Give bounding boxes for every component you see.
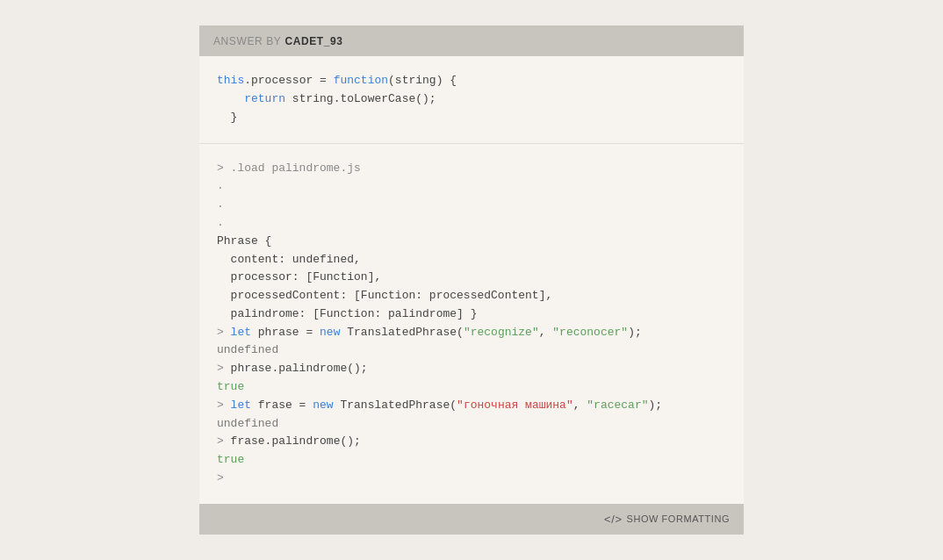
answer-header: ANSWER BY CADET_93	[199, 25, 744, 56]
keyword-this: this	[217, 74, 244, 87]
code-block-function: this.processor = function(string) { retu…	[199, 56, 744, 143]
code-line: >	[217, 470, 726, 488]
code-block-repl: > .load palindrome.js . . . Phrase { con…	[199, 144, 744, 504]
code-line: .	[217, 196, 726, 214]
code-line: return string.toLowerCase();	[217, 90, 726, 109]
code-line: > let phrase = new TranslatedPhrase("rec…	[217, 324, 726, 342]
code-line: undefined	[217, 415, 726, 434]
keyword-function: function	[334, 74, 388, 87]
code-line: > frase.palindrome();	[217, 433, 726, 451]
code-line: processedContent: [Function: processedCo…	[217, 287, 726, 305]
code-line: processor: [Function],	[217, 269, 726, 287]
code-line: content: undefined,	[217, 251, 726, 269]
code-line: > let frase = new TranslatedPhrase("гоно…	[217, 397, 726, 415]
code-line: > phrase.palindrome();	[217, 360, 726, 378]
show-formatting-label: SHOW FORMATTING	[627, 513, 730, 524]
username-label: CADET_93	[284, 35, 342, 47]
code-line: this.processor = function(string) {	[217, 72, 726, 90]
code-line: }	[217, 109, 726, 127]
code-line: true	[217, 451, 726, 470]
show-formatting-button[interactable]: </> SHOW FORMATTING	[604, 513, 730, 526]
code-line: true	[217, 378, 726, 397]
code-line: .	[217, 214, 726, 233]
answer-by-label: ANSWER BY	[213, 35, 281, 47]
answer-container: ANSWER BY CADET_93 this.processor = func…	[199, 25, 744, 535]
code-line: > .load palindrome.js	[217, 160, 726, 178]
code-line: undefined	[217, 341, 726, 360]
keyword-return: return	[244, 92, 285, 105]
footer-bar: </> SHOW FORMATTING	[199, 504, 744, 535]
code-line: Phrase {	[217, 233, 726, 251]
code-line: palindrome: [Function: palindrome] }	[217, 305, 726, 324]
code-icon: </>	[604, 513, 622, 526]
code-line: .	[217, 177, 726, 196]
